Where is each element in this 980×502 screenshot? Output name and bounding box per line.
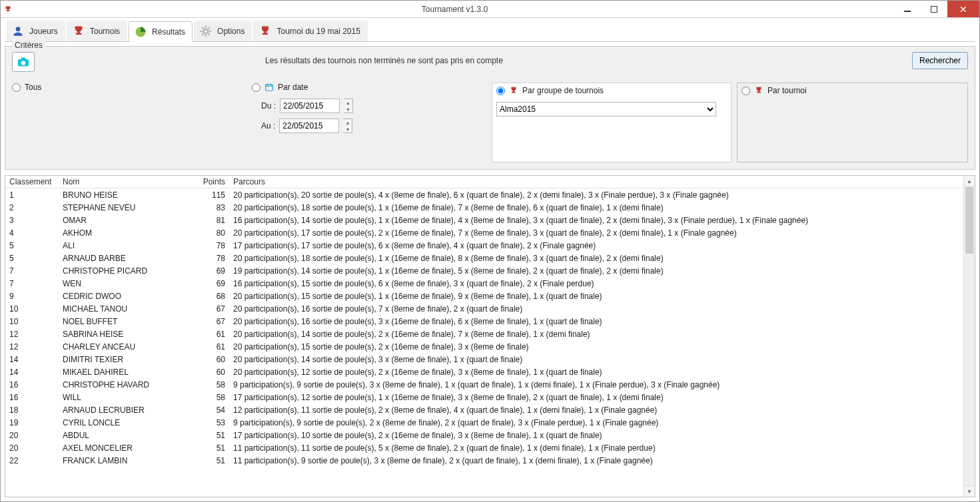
snapshot-button[interactable] bbox=[12, 52, 35, 72]
cell-name: MICHAEL TANOU bbox=[59, 303, 192, 315]
table-row[interactable]: 5ALI7817 participation(s), 17 sortie de … bbox=[5, 239, 963, 252]
cell-name: CHRISTOPHE PICARD bbox=[59, 265, 192, 277]
cell-parcours: 20 participation(s), 18 sortie de poule(… bbox=[229, 202, 963, 214]
table-row[interactable]: 20AXEL MONCELIER5111 participation(s), 1… bbox=[5, 441, 963, 454]
cell-points: 51 bbox=[192, 442, 229, 454]
radio-by-tournament-input[interactable] bbox=[741, 87, 750, 95]
scroll-down-button[interactable]: ▼ bbox=[964, 485, 975, 497]
cell-points: 67 bbox=[192, 303, 229, 315]
table-row[interactable]: 1BRUNO HEISE11520 participation(s), 20 s… bbox=[5, 188, 963, 201]
svg-line-12 bbox=[208, 27, 210, 29]
minimize-button[interactable] bbox=[894, 1, 921, 17]
col-points[interactable]: Points bbox=[192, 176, 229, 188]
trophy-icon bbox=[258, 24, 272, 39]
tab-options[interactable]: Options bbox=[194, 21, 252, 41]
radio-by-group-label: Par groupe de tournois bbox=[522, 86, 604, 95]
cell-name: OMAR bbox=[59, 214, 192, 226]
trophy-icon bbox=[754, 86, 763, 95]
cell-parcours: 20 participation(s), 14 sortie de poule(… bbox=[229, 328, 963, 340]
cell-points: 61 bbox=[192, 341, 229, 353]
cell-parcours: 17 participation(s), 17 sortie de poule(… bbox=[229, 240, 963, 252]
table-row[interactable]: 22FRANCK LAMBIN5111 participation(s), 9 … bbox=[5, 454, 963, 467]
close-button[interactable]: ✕ bbox=[947, 1, 979, 17]
cell-rank: 22 bbox=[5, 455, 59, 467]
radio-by-group-input[interactable] bbox=[496, 87, 505, 95]
date-to-spinner[interactable]: ▲▼ bbox=[343, 119, 352, 133]
table-row[interactable]: 10MICHAEL TANOU6720 participation(s), 16… bbox=[5, 302, 963, 315]
cell-parcours: 20 participation(s), 15 sortie de poule(… bbox=[229, 341, 963, 353]
scroll-up-button[interactable]: ▲ bbox=[964, 176, 975, 187]
col-rank[interactable]: Classement bbox=[5, 176, 59, 188]
table-row[interactable]: 19CYRIL LONCLE539 participation(s), 9 so… bbox=[5, 416, 963, 429]
cell-parcours: 20 participation(s), 18 sortie de poule(… bbox=[229, 252, 963, 264]
table-row[interactable]: 2STEPHANE NEVEU8320 participation(s), 18… bbox=[5, 201, 963, 214]
radio-all[interactable]: Tous bbox=[12, 83, 252, 92]
cell-rank: 20 bbox=[5, 442, 59, 454]
table-row[interactable]: 7CHRISTOPHE PICARD6919 participation(s),… bbox=[5, 264, 963, 277]
date-from-spinner[interactable]: ▲▼ bbox=[344, 99, 353, 113]
table-row[interactable]: 10NOEL BUFFET6720 participation(s), 16 s… bbox=[5, 315, 963, 328]
cell-name: WEN bbox=[59, 278, 192, 290]
table-row[interactable]: 14MIKAEL DAHIREL6020 participation(s), 1… bbox=[5, 366, 963, 378]
date-to-input[interactable] bbox=[279, 119, 339, 133]
table-row[interactable]: 5ARNAUD BARBE7820 participation(s), 18 s… bbox=[5, 252, 963, 264]
maximize-button[interactable] bbox=[921, 1, 947, 17]
cell-name: AXEL MONCELIER bbox=[59, 442, 192, 454]
radio-by-date[interactable]: Par date bbox=[252, 83, 492, 92]
cell-parcours: 11 participation(s), 11 sortie de poule(… bbox=[229, 442, 963, 454]
table-row[interactable]: 12CHARLEY ANCEAU6120 participation(s), 1… bbox=[5, 340, 963, 353]
cell-rank: 14 bbox=[5, 366, 59, 378]
radio-all-input[interactable] bbox=[12, 83, 21, 92]
tab-current-tournament[interactable]: Tournoi du 19 mai 2015 bbox=[253, 21, 367, 41]
search-button[interactable]: Rechercher bbox=[912, 52, 968, 69]
radio-by-date-input[interactable] bbox=[252, 83, 260, 92]
cell-points: 58 bbox=[192, 391, 229, 403]
cell-points: 53 bbox=[192, 417, 229, 429]
col-parcours[interactable]: Parcours bbox=[229, 176, 963, 188]
cell-parcours: 9 participation(s), 9 sortie de poule(s)… bbox=[229, 379, 963, 391]
cell-name: ARNAUD BARBE bbox=[59, 252, 192, 264]
table-row[interactable]: 20ABDUL5117 participation(s), 10 sortie … bbox=[5, 429, 963, 441]
tab-players[interactable]: Joueurs bbox=[6, 21, 65, 41]
cell-rank: 10 bbox=[5, 303, 59, 315]
cell-rank: 14 bbox=[5, 354, 59, 366]
tab-tournaments[interactable]: Tournois bbox=[67, 21, 127, 41]
tab-label: Tournois bbox=[90, 27, 120, 36]
table-row[interactable]: 14DIMITRI TEXIER6020 participation(s), 1… bbox=[5, 353, 963, 366]
cell-rank: 16 bbox=[5, 379, 59, 391]
cell-name: SABRINA HEISE bbox=[59, 328, 192, 340]
cell-name: WILL bbox=[59, 391, 192, 403]
cell-rank: 1 bbox=[5, 189, 59, 201]
cell-parcours: 17 participation(s), 12 sortie de poule(… bbox=[229, 391, 963, 403]
table-row[interactable]: 16WILL5817 participation(s), 12 sortie d… bbox=[5, 391, 963, 403]
group-select[interactable]: Alma2015 bbox=[496, 102, 716, 117]
cell-rank: 5 bbox=[5, 240, 59, 252]
user-icon bbox=[11, 24, 25, 39]
svg-point-2 bbox=[16, 27, 21, 31]
date-from-input[interactable] bbox=[280, 99, 340, 113]
table-row[interactable]: 4AKHOM8020 participation(s), 17 sortie d… bbox=[5, 226, 963, 239]
cell-points: 61 bbox=[192, 328, 229, 340]
radio-by-group[interactable]: Par groupe de tournois bbox=[496, 86, 727, 95]
scroll-thumb[interactable] bbox=[965, 187, 973, 254]
results-table-wrap: Classement Nom Points Parcours 1BRUNO HE… bbox=[5, 175, 975, 497]
scroll-track[interactable] bbox=[964, 187, 975, 485]
table-row[interactable]: 18ARNAUD LECRUBIER5412 participation(s),… bbox=[5, 403, 963, 416]
cell-name: CEDRIC DWOO bbox=[59, 290, 192, 302]
cell-name: ABDUL bbox=[59, 429, 192, 441]
svg-rect-16 bbox=[266, 85, 273, 91]
col-name[interactable]: Nom bbox=[59, 176, 192, 188]
cell-rank: 3 bbox=[5, 214, 59, 226]
table-row[interactable]: 7WEN6916 participation(s), 15 sortie de … bbox=[5, 277, 963, 290]
date-to-label: Au : bbox=[261, 121, 275, 130]
cell-name: BRUNO HEISE bbox=[59, 189, 192, 201]
radio-by-tournament[interactable]: Par tournoi bbox=[741, 86, 963, 95]
table-row[interactable]: 9CEDRIC DWOO6820 participation(s), 15 so… bbox=[5, 290, 963, 302]
trophy-icon bbox=[71, 24, 86, 39]
table-row[interactable]: 3OMAR8116 participation(s), 14 sortie de… bbox=[5, 214, 963, 226]
table-row[interactable]: 16CHRISTOPHE HAVARD589 participation(s),… bbox=[5, 378, 963, 391]
table-row[interactable]: 12SABRINA HEISE6120 participation(s), 14… bbox=[5, 328, 963, 340]
tab-results[interactable]: Résultats bbox=[129, 21, 193, 42]
radio-all-label: Tous bbox=[25, 83, 41, 92]
vertical-scrollbar[interactable]: ▲ ▼ bbox=[963, 176, 975, 497]
